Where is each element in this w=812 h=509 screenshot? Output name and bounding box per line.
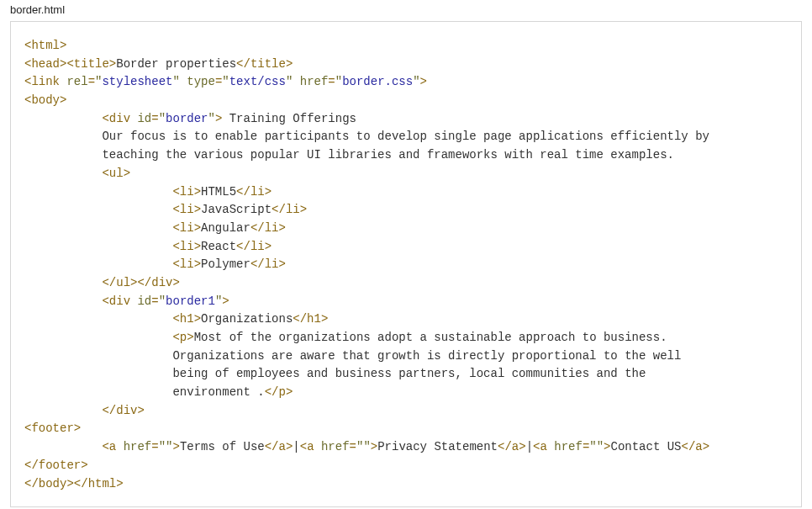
source-code: <html> <head><title>Border properties</t… — [24, 37, 788, 493]
code-block: <html> <head><title>Border properties</t… — [10, 21, 802, 507]
filename-label: border.html — [0, 3, 812, 21]
